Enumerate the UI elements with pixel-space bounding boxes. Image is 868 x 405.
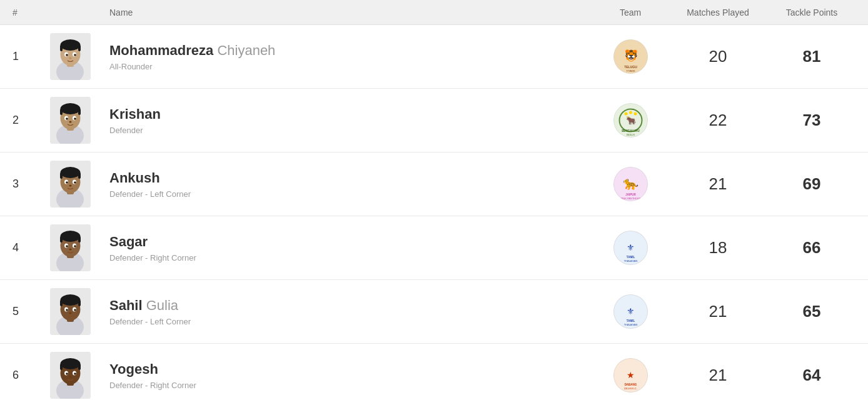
svg-point-95: [69, 376, 72, 378]
player-info: Mohammadreza Chiyaneh All-Rounder: [109, 42, 593, 72]
leaderboard-table: # Name Team Matches Played Tackle Points…: [0, 0, 868, 405]
svg-point-93: [66, 372, 68, 375]
player-position: Defender - Left Corner: [109, 189, 593, 199]
player-rank: 6: [13, 369, 50, 382]
svg-point-4: [61, 39, 81, 51]
player-points: 69: [768, 174, 855, 194]
player-name: Ankush: [109, 169, 593, 188]
svg-text:BULLS: BULLS: [627, 133, 635, 136]
table-row[interactable]: 3 Ankush: [0, 152, 868, 216]
player-first-name: Sagar: [109, 234, 148, 249]
svg-point-47: [69, 185, 72, 187]
table-header: # Name Team Matches Played Tackle Points: [0, 0, 868, 25]
svg-rect-42: [78, 172, 81, 179]
player-matches: 21: [668, 174, 768, 194]
svg-rect-21: [60, 109, 63, 115]
player-avatar: [50, 97, 97, 144]
player-first-name: Yogesh: [109, 361, 158, 377]
svg-text:DELHI K.C.: DELHI K.C.: [624, 387, 637, 390]
team-logo: ⚜ TAMIL THALAIVAS: [613, 294, 648, 329]
svg-text:JAIPUR: JAIPUR: [625, 193, 636, 196]
header-team: Team: [593, 8, 668, 18]
player-points: 65: [768, 302, 855, 321]
svg-rect-58: [78, 236, 81, 242]
svg-text:★: ★: [627, 370, 635, 380]
header-name: Name: [109, 8, 593, 18]
player-points: 66: [768, 238, 855, 258]
table-row[interactable]: 5 Sahil: [0, 280, 868, 344]
svg-rect-57: [60, 236, 63, 242]
svg-point-77: [66, 309, 68, 311]
player-name: Sahil Gulia: [109, 297, 593, 315]
svg-rect-22: [78, 109, 81, 115]
svg-point-62: [74, 245, 76, 248]
svg-point-61: [66, 245, 68, 248]
header-rank: #: [13, 8, 50, 18]
player-rank: 5: [13, 305, 50, 318]
player-team: 🐆 JAIPUR PINK PANTHERS: [593, 167, 668, 201]
svg-point-10: [74, 54, 76, 56]
player-matches: 21: [668, 366, 768, 385]
player-team: ★ DABANG DELHI K.C.: [593, 358, 668, 392]
player-info: Ankush Defender - Left Corner: [109, 169, 593, 199]
player-position: Defender - Right Corner: [109, 253, 593, 262]
svg-rect-74: [78, 300, 81, 306]
svg-text:PINK PANTHERS: PINK PANTHERS: [620, 197, 640, 200]
player-points: 81: [768, 47, 855, 66]
table-row[interactable]: 2 Krishan: [0, 89, 868, 152]
svg-point-31: [624, 112, 627, 116]
svg-rect-90: [78, 364, 81, 370]
svg-point-46: [74, 181, 76, 184]
player-team: ⚜ TAMIL THALAIVAS: [593, 231, 668, 265]
player-info: Yogesh Defender - Right Corner: [109, 361, 593, 391]
svg-text:TITANS: TITANS: [626, 69, 635, 72]
player-team: ⚜ TAMIL THALAIVAS: [593, 294, 668, 329]
player-position: Defender: [109, 126, 593, 135]
header-points: Tackle Points: [768, 8, 855, 18]
team-logo: ⚜ TAMIL THALAIVAS: [613, 231, 648, 265]
svg-text:THALAIVAS: THALAIVAS: [623, 323, 637, 326]
table-row[interactable]: 6 Yogesh: [0, 344, 868, 405]
player-position: Defender - Left Corner: [109, 317, 593, 326]
player-rank: 2: [13, 114, 50, 127]
svg-rect-89: [60, 364, 63, 370]
svg-text:TELUGU: TELUGU: [624, 65, 637, 69]
player-first-name: Mohammadreza: [109, 42, 213, 58]
table-row[interactable]: 4 Sagar: [0, 216, 868, 280]
player-rank: 4: [13, 241, 50, 254]
svg-point-56: [61, 231, 81, 242]
player-name: Krishan: [109, 106, 593, 124]
svg-point-20: [61, 103, 81, 114]
player-avatar: [50, 33, 97, 80]
svg-point-88: [61, 358, 81, 369]
player-rank: 3: [13, 178, 50, 191]
svg-point-9: [66, 54, 68, 56]
svg-point-26: [74, 118, 76, 120]
player-info: Sagar Defender - Right Corner: [109, 233, 593, 263]
svg-point-72: [61, 294, 81, 306]
player-name: Sagar: [109, 233, 593, 251]
svg-text:TAMIL: TAMIL: [626, 256, 635, 259]
team-logo: 🐆 JAIPUR PINK PANTHERS: [613, 167, 648, 201]
player-first-name: Ankush: [109, 170, 160, 186]
player-team: 🐯 TELUGU TITANS: [593, 39, 668, 74]
player-matches: 18: [668, 238, 768, 258]
player-last-name: Gulia: [146, 298, 178, 313]
player-points: 73: [768, 111, 855, 130]
svg-point-32: [633, 112, 637, 116]
player-avatar: [50, 352, 97, 399]
player-position: All-Rounder: [109, 62, 593, 71]
player-last-name: Chiyaneh: [217, 42, 275, 58]
player-matches: 20: [668, 47, 768, 66]
player-name: Yogesh: [109, 361, 593, 379]
player-team: 🐂 BENGALURU BULLS: [593, 103, 668, 138]
table-body: 1 Mohammadrez: [0, 25, 868, 405]
svg-point-11: [69, 58, 72, 59]
svg-point-27: [69, 121, 72, 123]
svg-text:THALAIVAS: THALAIVAS: [623, 259, 637, 262]
player-info: Krishan Defender: [109, 106, 593, 136]
svg-point-45: [66, 181, 68, 184]
svg-text:🐂: 🐂: [625, 115, 636, 126]
table-row[interactable]: 1 Mohammadrez: [0, 25, 868, 89]
player-rank: 1: [13, 50, 50, 63]
